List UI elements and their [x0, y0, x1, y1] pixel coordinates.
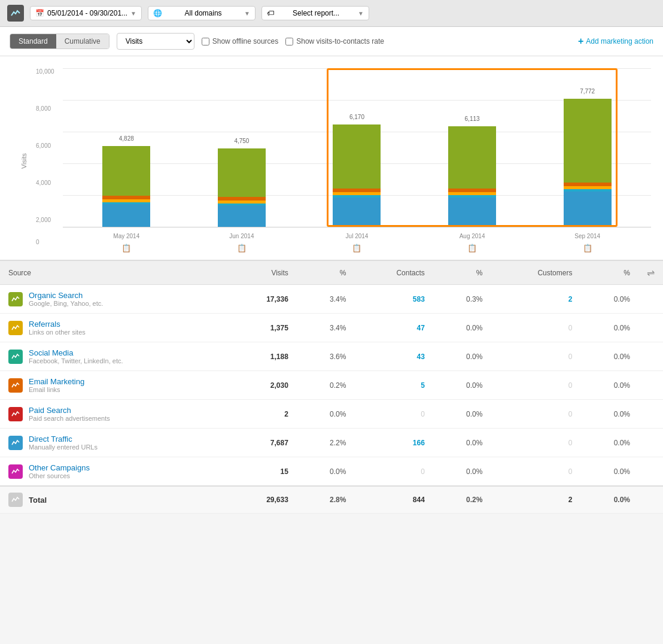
bars-area: 4,828 4,750: [63, 68, 651, 227]
visits-contacts-checkbox-label[interactable]: Show visits-to-contacts rate: [285, 37, 384, 45]
source-name-3[interactable]: Email Marketing: [29, 377, 84, 386]
visits-value-3: 2,030: [229, 371, 297, 400]
contacts-pct-3: 0.0%: [433, 371, 491, 400]
calendar-icon-jun[interactable]: 📋: [218, 244, 266, 253]
contacts-pct-5: 0.0%: [433, 429, 491, 457]
calendar-icon-may[interactable]: 📋: [102, 244, 150, 253]
view-toggle: Standard Cumulative: [10, 34, 110, 49]
source-icon-4: [8, 407, 23, 421]
source-cell-4: Paid Search Paid search advertisements: [0, 400, 229, 429]
bar-group-aug: 6,113: [448, 126, 496, 227]
customers-value-4: 0: [491, 400, 580, 429]
source-name-0[interactable]: Organic Search: [29, 291, 103, 300]
contacts-value-5[interactable]: 166: [354, 429, 433, 457]
contacts-value-0[interactable]: 583: [354, 285, 433, 314]
cumulative-button[interactable]: Cumulative: [56, 34, 109, 48]
calendar-icon-aug[interactable]: 📋: [448, 244, 496, 253]
customers-value-5: 0: [491, 429, 580, 457]
source-icon-3: [8, 378, 23, 393]
bar-direct-jul: [333, 198, 381, 227]
bar-stack-jul: [333, 124, 381, 227]
bar-total-sep: 7,772: [564, 88, 612, 95]
y-label-10000: 10,000: [36, 68, 54, 75]
customers-pct-0: 0.0%: [580, 285, 638, 314]
contacts-value-2[interactable]: 43: [354, 342, 433, 371]
table-row: Social Media Facebook, Twitter, LinkedIn…: [0, 342, 663, 371]
customers-pct-3: 0.0%: [580, 371, 638, 400]
report-dropdown[interactable]: 🏷 Select report... ▼: [261, 6, 369, 20]
visits-pct-1: 3.4%: [297, 314, 355, 342]
contacts-pct-0: 0.3%: [433, 285, 491, 314]
calendar-icon-jul[interactable]: 📋: [333, 244, 381, 253]
bar-organic-may: [102, 146, 150, 196]
report-label: Select report...: [293, 9, 339, 17]
visits-contacts-checkbox[interactable]: [285, 38, 293, 45]
contacts-pct-1: 0.0%: [433, 314, 491, 342]
contacts-value-1[interactable]: 47: [354, 314, 433, 342]
domain-dropdown[interactable]: 🌐 All domains ▼: [148, 6, 256, 20]
source-desc-5: Manually entered URLs: [29, 443, 98, 451]
bar-direct-aug: [448, 198, 496, 227]
date-range-label: 05/01/2014 - 09/30/201...: [47, 9, 127, 17]
customers-value-0[interactable]: 2: [491, 285, 580, 314]
col-source: Source: [0, 261, 229, 285]
y-axis-label: Visits: [20, 153, 28, 169]
source-icon-0: [8, 292, 23, 306]
x-label-sep: Sep 2014: [564, 233, 612, 239]
bar-organic-jun: [218, 148, 266, 197]
source-cell-6: Other Campaigns Other sources: [0, 457, 229, 487]
visits-value-4: 2: [229, 400, 297, 429]
source-desc-0: Google, Bing, Yahoo, etc.: [29, 300, 103, 307]
bar-total-may: 4,828: [102, 135, 150, 142]
source-name-5[interactable]: Direct Traffic: [29, 435, 98, 443]
add-marketing-action-button[interactable]: Add marketing action: [578, 36, 653, 47]
bar-stack-may: [102, 146, 150, 227]
x-label-jul: Jul 2014: [333, 233, 381, 239]
visits-pct-2: 3.6%: [297, 342, 355, 371]
row-settings-1: [638, 314, 663, 342]
bar-group-sep: 7,772: [564, 99, 612, 227]
source-cell-0: Organic Search Google, Bing, Yahoo, etc.: [0, 285, 229, 314]
customers-pct-5: 0.0%: [580, 429, 638, 457]
x-label-aug: Aug 2014: [448, 233, 496, 239]
total-customers: 2: [491, 486, 580, 514]
visits-value-6: 15: [229, 457, 297, 487]
offline-sources-checkbox[interactable]: [202, 38, 209, 45]
standard-button[interactable]: Standard: [10, 34, 56, 48]
source-icon-2: [8, 350, 23, 364]
settings-icon[interactable]: ⇌: [647, 268, 655, 278]
customers-pct-1: 0.0%: [580, 314, 638, 342]
bar-direct-sep: [564, 192, 612, 227]
source-name-6[interactable]: Other Campaigns: [29, 463, 90, 472]
source-name-1[interactable]: Referrals: [29, 320, 86, 329]
source-icon-6: [8, 464, 23, 479]
source-cell-2: Social Media Facebook, Twitter, LinkedIn…: [0, 342, 229, 371]
bar-stack-jun: [218, 148, 266, 227]
offline-sources-checkbox-label[interactable]: Show offline sources: [202, 37, 279, 45]
x-label-jun: Jun 2014: [218, 233, 266, 239]
source-cell-3: Email Marketing Email links: [0, 371, 229, 400]
source-desc-1: Links on other sites: [29, 329, 86, 336]
source-name-2[interactable]: Social Media: [29, 348, 123, 357]
date-range-dropdown[interactable]: 📅 05/01/2014 - 09/30/201... ▼: [30, 6, 142, 20]
customers-value-2: 0: [491, 342, 580, 371]
contacts-value-4: 0: [354, 400, 433, 429]
total-text: Total: [29, 496, 47, 505]
row-settings-5: [638, 429, 663, 457]
metric-select[interactable]: Visits: [117, 33, 194, 50]
cal-icon: 📅: [35, 9, 44, 17]
total-label: Total: [0, 486, 229, 514]
source-icon-1: [8, 321, 23, 335]
visits-value-5: 7,687: [229, 429, 297, 457]
bar-direct-may: [102, 204, 150, 227]
customers-value-6: 0: [491, 457, 580, 487]
x-label-may: May 2014: [102, 233, 150, 239]
total-settings: [638, 486, 663, 514]
globe-icon: 🌐: [153, 9, 162, 17]
contacts-value-6: 0: [354, 457, 433, 487]
contacts-value-3[interactable]: 5: [354, 371, 433, 400]
source-name-4[interactable]: Paid Search: [29, 406, 110, 415]
source-cell-1: Referrals Links on other sites: [0, 314, 229, 342]
chart-plot: 4,828 4,750: [63, 68, 651, 254]
calendar-icon-sep[interactable]: 📋: [564, 244, 612, 253]
